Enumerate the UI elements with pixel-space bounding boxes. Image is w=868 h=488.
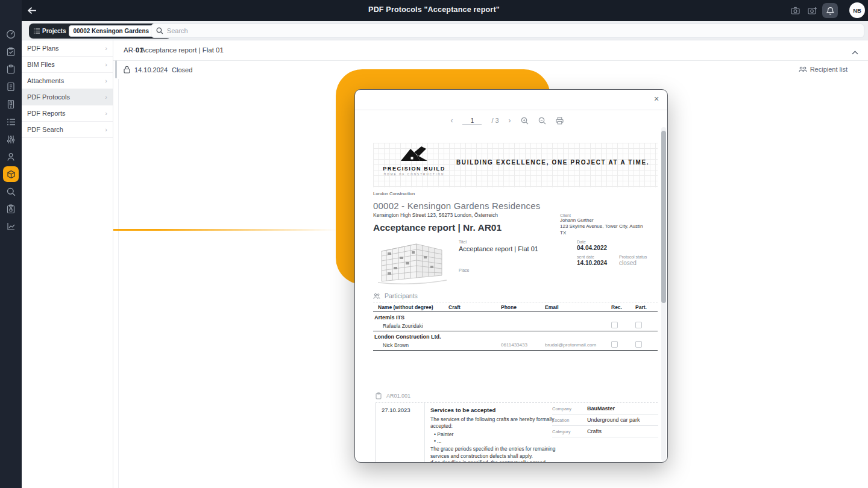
nav-item-pdf-reports[interactable]: PDF Reports›: [22, 105, 113, 122]
sent-date-label: sent date: [577, 255, 607, 259]
date-block: Date 04.04.2022: [577, 240, 607, 251]
models-icon-active[interactable]: [3, 166, 19, 182]
participants-table-header: Name (without degree) Craft Phone Email …: [373, 302, 658, 312]
nav-item-pdf-plans[interactable]: PDF Plans›: [22, 40, 113, 57]
protocol-status-block: Protocol status closed: [619, 255, 647, 266]
chevron-right-icon: ›: [105, 93, 107, 101]
titel-block: Titel Acceptance report | Flat 01: [459, 240, 538, 252]
chevron-right-icon: ›: [105, 126, 107, 133]
print-icon[interactable]: [556, 117, 564, 125]
sent-date-block: sent date 14.10.2024: [577, 255, 607, 266]
participant-company: Artemis ITS: [373, 312, 658, 321]
page-title: PDF Protocols "Acceptance report": [0, 5, 868, 14]
close-icon[interactable]: ✕: [652, 94, 661, 104]
precision-build-logo-icon: [398, 145, 430, 163]
titel-value: Acceptance report | Flat 01: [459, 245, 538, 252]
protocol-status-value: closed: [619, 260, 647, 266]
participant-company: London Construction Ltd.: [373, 331, 658, 340]
projects-label[interactable]: Projects: [34, 28, 66, 34]
user-avatar[interactable]: NB: [849, 2, 865, 18]
building-icon[interactable]: [3, 96, 19, 112]
attachment-connector-fade: [157, 229, 338, 231]
status-date: 14.10.2024: [134, 66, 168, 74]
nav-item-bim-files[interactable]: BIM Files›: [22, 57, 113, 73]
statistics-icon[interactable]: [3, 219, 19, 234]
photo-add-icon[interactable]: [805, 3, 820, 18]
participants-table: Name (without degree) Craft Phone Email …: [373, 302, 658, 351]
prev-page-icon[interactable]: ‹: [450, 116, 453, 125]
chevron-right-icon: ›: [105, 110, 107, 117]
notifications-bell-icon[interactable]: [822, 3, 838, 18]
pdf-page: PRECISION BUILD HOME OF CONSTRUCTION BUI…: [355, 128, 661, 462]
clipboard-icon[interactable]: [3, 61, 19, 77]
sent-date-value: 14.10.2024: [577, 260, 607, 266]
search-icon[interactable]: [3, 184, 19, 199]
client-block: Client Johann Gurther 123 Skyline Avenue…: [560, 213, 644, 236]
entry-body-3: If no deadline is specified, the contrac…: [430, 460, 568, 463]
documents-icon[interactable]: [3, 79, 19, 95]
modal-scrollbar-thumb[interactable]: [661, 131, 666, 303]
participant-row: Rafaela Zouridaki: [373, 321, 658, 330]
entry-body-2: The grace periods specified in the entri…: [430, 446, 568, 460]
next-page-icon[interactable]: ›: [509, 116, 511, 125]
part-checkbox[interactable]: [635, 341, 642, 348]
client-name: Johann Gurther: [560, 217, 644, 224]
nav-item-attachments[interactable]: Attachments›: [22, 73, 113, 89]
logo-brand-text: PRECISION BUILD: [378, 166, 450, 172]
projects-switcher: Projects 00002 Kensingon Gardens ...: [29, 23, 171, 39]
search-icon: [156, 27, 163, 34]
date-label: Date: [577, 240, 607, 244]
recipient-list-button[interactable]: Recipient list: [799, 66, 848, 73]
pdf-preview-modal: ✕ ‹ / 3 › PREC: [354, 89, 668, 463]
list-icon[interactable]: [3, 114, 19, 130]
icon-rail-sidebar: [0, 0, 22, 488]
entry-clipboard-icon: [376, 392, 382, 399]
titel-label: Titel: [459, 240, 538, 244]
entry-detail-box: 27.10.2023 Services to be accepted The s…: [376, 402, 658, 463]
rec-checkbox[interactable]: [611, 322, 618, 328]
projects-list-icon: [34, 28, 40, 34]
collapse-chevron-up-icon[interactable]: [852, 46, 858, 57]
group-divider: [373, 349, 658, 351]
protocols-icon[interactable]: [3, 201, 19, 217]
company-tagline: BUILDING EXCELLENCE, ONE PROJECT AT A TI…: [456, 158, 649, 166]
pdf-pager-toolbar: ‹ / 3 ›: [355, 113, 659, 128]
contacts-icon[interactable]: [3, 149, 19, 164]
entry-title: Services to be accepted: [430, 407, 568, 413]
nav-item-pdf-protocols[interactable]: PDF Protocols›: [22, 89, 113, 105]
page-total: / 3: [491, 117, 498, 124]
search-input[interactable]: [167, 27, 859, 34]
company-letterhead: PRECISION BUILD HOME OF CONSTRUCTION BUI…: [373, 143, 658, 187]
account-company: London Construction: [373, 191, 415, 196]
top-header-bar: PDF Protocols "Acceptance report" NB: [0, 0, 868, 21]
zoom-out-icon[interactable]: [538, 117, 546, 125]
global-search: [151, 23, 864, 38]
lock-icon: [124, 66, 130, 74]
participant-row: Nick Brown 0611433433 brudal@protonmail.…: [373, 340, 658, 349]
tasks-icon[interactable]: [3, 44, 19, 60]
nav-item-pdf-search[interactable]: PDF Search›: [22, 122, 113, 138]
modal-header-divider: [355, 110, 667, 110]
client-address: 123 Skyline Avenue, Tower City, Austin T…: [560, 224, 644, 236]
zoom-in-icon[interactable]: [521, 117, 529, 125]
photo-capture-icon[interactable]: [787, 3, 803, 18]
building-render-image: [374, 238, 450, 286]
protocol-header-row: AR-01 Acceptance report | Flat 01: [113, 40, 868, 61]
dashboard-icon[interactable]: [3, 27, 19, 42]
entry-column-divider: [424, 403, 425, 463]
entry-bullets: Painter ...: [434, 431, 568, 445]
part-checkbox[interactable]: [635, 322, 642, 328]
client-label: Client: [560, 213, 644, 217]
company-logo: PRECISION BUILD HOME OF CONSTRUCTION: [378, 145, 450, 185]
entry-date: 27.10.2023: [382, 407, 410, 413]
rec-checkbox[interactable]: [611, 341, 618, 348]
pdf-project-address: Kensington High Street 123, 56273 London…: [373, 212, 498, 218]
filters-icon[interactable]: [3, 131, 19, 147]
status-badge: Closed: [172, 66, 192, 74]
date-value: 04.04.2022: [577, 245, 607, 251]
page-number-input[interactable]: [462, 117, 482, 125]
participants-icon: [373, 293, 380, 299]
document-nav-panel: PDF Plans› BIM Files› Attachments› PDF P…: [22, 40, 113, 488]
scrollbar-fragment[interactable]: [115, 60, 117, 78]
logo-sub-text: HOME OF CONSTRUCTION: [378, 173, 450, 176]
